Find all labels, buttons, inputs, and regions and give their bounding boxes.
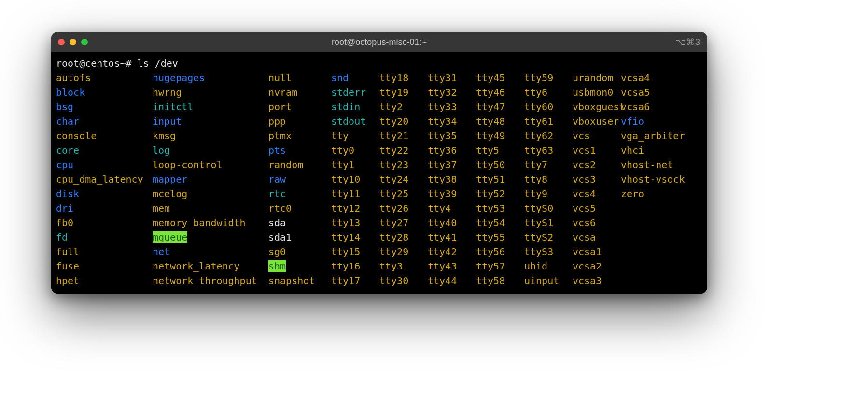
ls-entry: tty54 — [476, 215, 524, 230]
ls-entry: tty16 — [331, 259, 379, 273]
ls-entry: tty15 — [331, 244, 379, 259]
ls-entry: tty25 — [379, 186, 428, 201]
ls-entry: network_throughput — [153, 273, 268, 288]
ls-entry: tty56 — [476, 244, 524, 259]
ls-entry: tty39 — [428, 186, 476, 201]
ls-entry: tty37 — [428, 157, 476, 172]
ls-entry — [621, 259, 688, 273]
ls-entry: hwrng — [153, 85, 268, 99]
ls-entry: shm — [268, 259, 331, 273]
ls-entry: fd — [56, 230, 153, 244]
ls-entry: ttyS1 — [524, 215, 573, 230]
ls-entry: full — [56, 244, 153, 259]
ls-entry — [621, 230, 688, 244]
title-bar[interactable]: root@octopus-misc-01:~ ⌥⌘3 — [51, 32, 707, 52]
ls-entry: tty0 — [331, 143, 379, 157]
ls-entry: tty61 — [524, 114, 573, 128]
ls-entry: cpu_dma_latency — [56, 172, 153, 186]
ls-entry — [621, 273, 688, 288]
ls-entry: random — [268, 157, 331, 172]
ls-entry: ttyS2 — [524, 230, 573, 244]
ls-entry: cpu — [56, 157, 153, 172]
ls-entry: vcsa4 — [621, 71, 688, 85]
ls-entry: snapshot — [268, 273, 331, 288]
ls-entry: mcelog — [153, 186, 268, 201]
window-shortcut: ⌥⌘3 — [675, 37, 700, 47]
ls-entry: pts — [268, 143, 331, 157]
ls-entry: hugepages — [153, 71, 268, 85]
ls-entry: ppp — [268, 114, 331, 128]
ls-entry: tty58 — [476, 273, 524, 288]
ls-entry: tty33 — [428, 99, 476, 114]
zoom-icon[interactable] — [81, 39, 88, 45]
terminal-window[interactable]: root@octopus-misc-01:~ ⌥⌘3 root@centos~#… — [51, 32, 707, 294]
ls-entry: raw — [268, 172, 331, 186]
ls-entry: tty5 — [476, 143, 524, 157]
ls-entry: stderr — [331, 85, 379, 99]
ls-entry: tty12 — [331, 201, 379, 215]
minimize-icon[interactable] — [70, 39, 76, 45]
ls-entry: rtc0 — [268, 201, 331, 215]
ls-entry: tty43 — [428, 259, 476, 273]
ls-entry: mqueue — [153, 230, 268, 244]
ls-entry: tty47 — [476, 99, 524, 114]
ls-entry: network_latency — [153, 259, 268, 273]
ls-entry: console — [56, 128, 153, 143]
window-title: root@octopus-misc-01:~ — [51, 37, 707, 47]
ls-output: autofshugepagesnullsndtty18tty31tty45tty… — [56, 71, 702, 288]
ls-entry: vcsa3 — [573, 273, 621, 288]
ls-entry: tty31 — [428, 71, 476, 85]
ls-entry: fb0 — [56, 215, 153, 230]
ls-entry: vcs1 — [573, 143, 621, 157]
ls-entry: tty57 — [476, 259, 524, 273]
ls-entry: vhost-net — [621, 157, 688, 172]
ls-entry: tty34 — [428, 114, 476, 128]
ls-entry: rtc — [268, 186, 331, 201]
ls-entry: vcs — [573, 128, 621, 143]
ls-entry: zero — [621, 186, 688, 201]
ls-entry: mem — [153, 201, 268, 215]
prompt-line: root@centos~# ls /dev — [56, 56, 702, 71]
ls-entry: sda — [268, 215, 331, 230]
ls-entry: stdout — [331, 114, 379, 128]
terminal-body[interactable]: root@centos~# ls /dev autofshugepagesnul… — [51, 52, 707, 294]
ls-entry: sda1 — [268, 230, 331, 244]
ls-entry: block — [56, 85, 153, 99]
ls-entry: ttyS3 — [524, 244, 573, 259]
ls-entry: tty45 — [476, 71, 524, 85]
ls-entry: disk — [56, 186, 153, 201]
ls-entry: mapper — [153, 172, 268, 186]
ls-entry: vboxguest — [573, 99, 621, 114]
ls-entry: vcs3 — [573, 172, 621, 186]
ls-entry: tty48 — [476, 114, 524, 128]
ls-entry: core — [56, 143, 153, 157]
ls-entry: vga_arbiter — [621, 128, 688, 143]
ls-entry: tty41 — [428, 230, 476, 244]
ls-entry: tty51 — [476, 172, 524, 186]
ls-entry: tty1 — [331, 157, 379, 172]
ls-entry: tty21 — [379, 128, 428, 143]
ls-entry: tty27 — [379, 215, 428, 230]
ls-entry: tty — [331, 128, 379, 143]
ls-entry: tty35 — [428, 128, 476, 143]
ls-entry: tty46 — [476, 85, 524, 99]
ls-entry: tty38 — [428, 172, 476, 186]
ls-entry: tty23 — [379, 157, 428, 172]
ls-entry: input — [153, 114, 268, 128]
ls-entry: tty44 — [428, 273, 476, 288]
ls-entry: memory_bandwidth — [153, 215, 268, 230]
ls-entry: vcs6 — [573, 215, 621, 230]
ls-entry: vboxuser — [573, 114, 621, 128]
ls-entry: vcsa — [573, 230, 621, 244]
ls-entry: ptmx — [268, 128, 331, 143]
close-icon[interactable] — [58, 39, 65, 45]
ls-entry: tty28 — [379, 230, 428, 244]
ls-entry: sg0 — [268, 244, 331, 259]
ls-entry: loop-control — [153, 157, 268, 172]
ls-entry: autofs — [56, 71, 153, 85]
ls-entry — [621, 215, 688, 230]
ls-entry: kmsg — [153, 128, 268, 143]
ls-entry: tty24 — [379, 172, 428, 186]
ls-entry: tty17 — [331, 273, 379, 288]
ls-entry: tty20 — [379, 114, 428, 128]
